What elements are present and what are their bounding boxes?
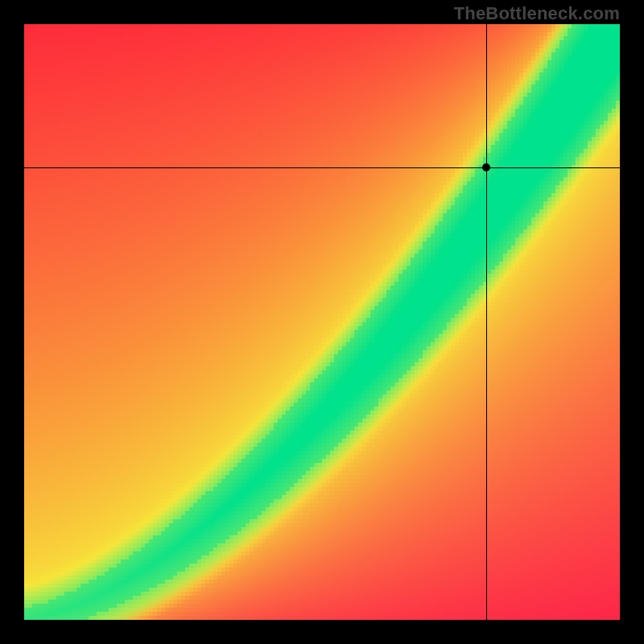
selection-marker [482, 163, 490, 171]
chart-frame: TheBottleneck.com [0, 0, 644, 644]
bottleneck-heatmap [24, 24, 620, 620]
crosshair-vertical [486, 24, 487, 620]
watermark-text: TheBottleneck.com [454, 3, 620, 24]
crosshair-horizontal [24, 167, 620, 168]
